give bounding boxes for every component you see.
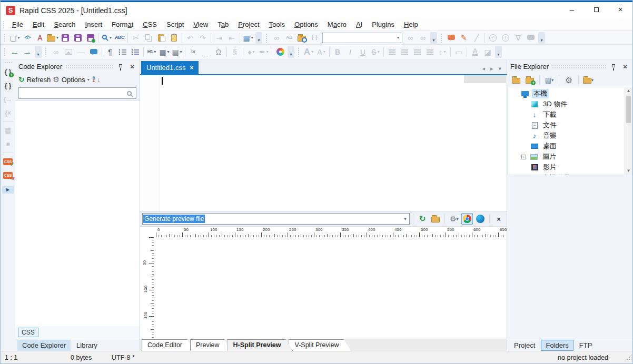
- spellcheck-button[interactable]: ABC: [114, 32, 125, 44]
- filter-button[interactable]: ∇: [512, 32, 524, 44]
- font-color-button[interactable]: A: [469, 46, 481, 58]
- info-button[interactable]: i: [500, 32, 511, 44]
- preview-file-combobox[interactable]: Generate preview file ▾: [142, 213, 410, 225]
- menu-format[interactable]: Format: [107, 19, 138, 29]
- numbered-list-button[interactable]: [130, 46, 141, 58]
- pin-icon[interactable]: [609, 62, 618, 70]
- menu-options[interactable]: Options: [290, 19, 323, 29]
- file-toolbar-overflow[interactable]: ▾: [255, 32, 262, 44]
- menu-script[interactable]: Script: [162, 19, 189, 29]
- grid-outline-button[interactable]: ▦: [2, 124, 14, 137]
- view-tab-v-split-preview[interactable]: V-Split Preview: [289, 339, 351, 351]
- horizontal-rule-button[interactable]: —: [75, 46, 87, 58]
- new-style-document-button[interactable]: A: [34, 32, 46, 44]
- special-character-button[interactable]: Ω: [213, 46, 224, 58]
- copy-button[interactable]: [143, 32, 154, 44]
- sort-az-icon[interactable]: AZ: [93, 76, 95, 83]
- tree-item[interactable]: ↓下載: [517, 109, 625, 120]
- comments-button[interactable]: [446, 32, 457, 44]
- code-editor[interactable]: [140, 75, 507, 211]
- form-button[interactable]: ▤▾: [171, 46, 183, 58]
- css-check-button[interactable]: CSS: [2, 155, 14, 168]
- tree-item[interactable]: +圖片: [517, 151, 625, 162]
- comment-button[interactable]: [88, 46, 100, 58]
- braces-button[interactable]: { }: [2, 79, 14, 92]
- search-toolbar-overflow[interactable]: ▾: [430, 32, 437, 44]
- html-toolbar-overflow[interactable]: ▾: [288, 46, 294, 58]
- clipboard-button[interactable]: [168, 32, 180, 44]
- script-block-button[interactable]: §: [229, 46, 241, 58]
- grow-font-button[interactable]: A▾: [303, 46, 314, 58]
- shrink-font-button[interactable]: A▾: [315, 46, 327, 58]
- favorite-folders-button[interactable]: ▾: [582, 74, 594, 86]
- cut-button[interactable]: ✂: [130, 32, 142, 44]
- bold-button[interactable]: B: [332, 46, 343, 58]
- format-toolbar-overflow[interactable]: ▾: [495, 46, 502, 58]
- tree-item[interactable]: 桌面: [517, 141, 625, 151]
- forward-button[interactable]: →: [22, 46, 33, 58]
- save-upload-button[interactable]: [85, 32, 96, 44]
- menu-project[interactable]: Project: [233, 19, 264, 29]
- heading-button[interactable]: H1▾: [146, 46, 157, 58]
- resize-grip[interactable]: [624, 354, 631, 361]
- non-breaking-space-button[interactable]: _: [200, 46, 212, 58]
- justify-button[interactable]: [424, 46, 436, 58]
- bullet-list-button[interactable]: [117, 46, 128, 58]
- scroll-up-icon[interactable]: ▲: [625, 87, 632, 95]
- explorer-settings-button[interactable]: ⚙: [563, 74, 575, 86]
- close-panel-icon[interactable]: ×: [621, 62, 629, 70]
- document-tab[interactable]: Untitled1.css ×: [141, 61, 199, 74]
- css-error-button[interactable]: CSS: [2, 169, 14, 181]
- tree-item[interactable]: 文件: [517, 120, 625, 130]
- browser-edge-button[interactable]: [474, 213, 486, 225]
- color-picker-button[interactable]: [274, 46, 286, 58]
- new-macro-button[interactable]: ✎: [458, 32, 470, 44]
- tree-item[interactable]: ♪音樂: [517, 130, 625, 141]
- folder-up-button[interactable]: [510, 74, 522, 86]
- new-html-document-button[interactable]: </>: [22, 32, 33, 44]
- find-next-button[interactable]: ∞: [404, 32, 416, 44]
- tree-item[interactable]: 本機: [508, 88, 625, 99]
- nav-toolbar-overflow[interactable]: ▾: [35, 46, 42, 58]
- new-document-button[interactable]: ▢▾: [9, 32, 21, 44]
- menu-help[interactable]: Help: [399, 19, 423, 29]
- paragraph-box-button[interactable]: ▭: [453, 46, 464, 58]
- preview-refresh-button[interactable]: ↻: [417, 213, 428, 225]
- box-model-button[interactable]: ■: [2, 138, 14, 150]
- line-spacing-button[interactable]: ↕▾: [437, 46, 448, 58]
- combo-caret-icon[interactable]: ▾: [401, 216, 409, 221]
- menu-file[interactable]: File: [7, 19, 28, 29]
- combo-caret-icon[interactable]: ▾: [394, 33, 402, 43]
- find-previous-button[interactable]: ∞: [417, 32, 429, 44]
- close-button[interactable]: ×: [608, 2, 632, 18]
- tree-item[interactable]: 影片: [517, 162, 625, 173]
- menu-tab[interactable]: Tab: [213, 19, 233, 29]
- scroll-down-icon[interactable]: ▼: [625, 167, 632, 175]
- preview-canvas[interactable]: [154, 237, 507, 339]
- validate-button[interactable]: ✓: [487, 32, 499, 44]
- tab-ftp[interactable]: FTP: [575, 340, 597, 351]
- tree-item[interactable]: +本機磁碟 (C:): [517, 173, 625, 175]
- view-tab-h-split-preview[interactable]: H-Split Preview: [227, 339, 293, 351]
- indent-button[interactable]: ⇥: [213, 32, 225, 44]
- new-folder-button[interactable]: [524, 74, 536, 86]
- find-in-files-button[interactable]: [296, 32, 308, 44]
- css-snippet-add-button[interactable]: { }: [2, 66, 14, 78]
- search-button[interactable]: ▾: [101, 32, 113, 44]
- quick-search-combobox[interactable]: ▾: [322, 33, 402, 43]
- tag-button[interactable]: ♦▾: [245, 46, 257, 58]
- underline-button[interactable]: U: [357, 46, 369, 58]
- fill-color-button[interactable]: ◪: [482, 46, 493, 58]
- editor-scrollbar[interactable]: [464, 75, 506, 83]
- brace-forward-button[interactable]: {→: [2, 93, 14, 106]
- align-center-button[interactable]: [399, 46, 410, 58]
- scroll-thumb[interactable]: [626, 96, 631, 123]
- menu-edit[interactable]: Edit: [28, 19, 49, 29]
- refresh-button[interactable]: Refresh: [27, 76, 51, 84]
- menu-ai[interactable]: AI: [351, 19, 367, 29]
- replace-button[interactable]: AB: [283, 32, 295, 44]
- hyperlink-button[interactable]: ∞: [50, 46, 62, 58]
- css-scope-badge[interactable]: CSS: [18, 328, 38, 337]
- tab-folders[interactable]: Folders: [541, 340, 573, 351]
- format-brush-button[interactable]: ✒▾: [258, 46, 270, 58]
